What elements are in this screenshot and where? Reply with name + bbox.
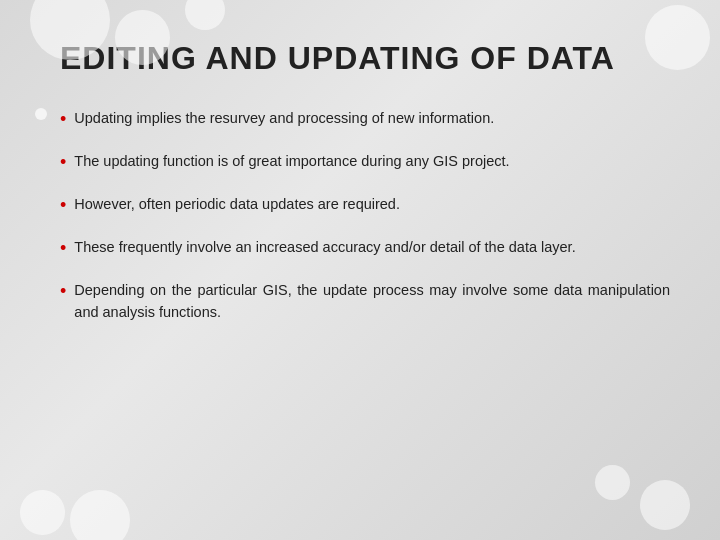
bullet-text-5: Depending on the particular GIS, the upd… — [74, 279, 670, 324]
bullet-icon: • — [60, 192, 66, 220]
decorative-circle-8 — [595, 465, 630, 500]
slide: EDITING AND UPDATING OF DATA • Updating … — [0, 0, 720, 540]
bullet-icon: • — [60, 149, 66, 177]
bullet-text-1: Updating implies the resurvey and proces… — [74, 107, 670, 129]
bullet-icon: • — [60, 106, 66, 134]
list-item: • The updating function is of great impo… — [60, 150, 670, 177]
decorative-circle-3 — [185, 0, 225, 30]
bullet-icon: • — [60, 278, 66, 306]
bullet-text-2: The updating function is of great import… — [74, 150, 670, 172]
decorative-circle-7 — [640, 480, 690, 530]
decorative-circle-6 — [70, 490, 130, 540]
list-item: • Depending on the particular GIS, the u… — [60, 279, 670, 324]
list-item: • These frequently involve an increased … — [60, 236, 670, 263]
decorative-circle-2 — [115, 10, 170, 65]
list-item: • However, often periodic data updates a… — [60, 193, 670, 220]
decorative-dot — [35, 108, 47, 120]
bullet-text-3: However, often periodic data updates are… — [74, 193, 670, 215]
slide-content: • Updating implies the resurvey and proc… — [60, 107, 670, 324]
bullet-icon: • — [60, 235, 66, 263]
list-item: • Updating implies the resurvey and proc… — [60, 107, 670, 134]
decorative-circle-4 — [645, 5, 710, 70]
bullet-text-4: These frequently involve an increased ac… — [74, 236, 670, 258]
decorative-circle-5 — [20, 490, 65, 535]
